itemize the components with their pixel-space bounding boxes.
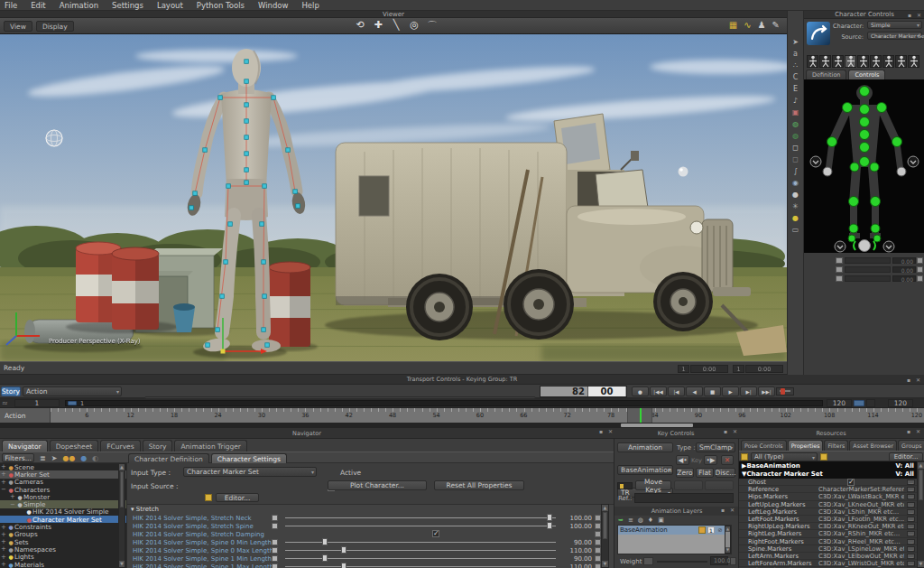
disc-button[interactable]: Disc... (716, 468, 735, 478)
tab-fcurves[interactable]: FCurves (100, 440, 140, 452)
view-button[interactable]: View (4, 21, 32, 32)
property-key-box[interactable] (595, 555, 601, 562)
reset-all-properties-button[interactable]: Reset All Properties (434, 480, 524, 490)
resource-property-row[interactable]: Hips.MarkersC3D:Xav_LWaistBack_MKR etc..… (739, 493, 917, 500)
keys-icon[interactable]: ●● (62, 454, 75, 462)
key-box[interactable] (272, 555, 278, 562)
property-row[interactable]: HIK 2014 Solver Simple, Spine 0 Max Leng… (127, 546, 601, 554)
draw-icon[interactable]: ✎ (772, 20, 780, 30)
tree-scrollbar[interactable]: ▲ ▼ (118, 463, 125, 568)
filters-button[interactable]: Filters... (2, 453, 34, 462)
weight-icon-box[interactable] (643, 557, 653, 565)
animation-button[interactable]: Animation (617, 442, 673, 452)
display-button[interactable]: Display (36, 21, 74, 32)
manip-sphere-right[interactable] (679, 167, 688, 177)
more-button[interactable]: ... (907, 502, 915, 507)
tab-pose-controls[interactable]: Pose Controls (741, 440, 787, 451)
property-key-box[interactable] (595, 523, 601, 529)
more-button[interactable]: ... (907, 517, 915, 522)
current-frame-cell[interactable] (627, 408, 652, 423)
res-editor-button[interactable]: Editor... (889, 452, 923, 461)
stretch-section-header[interactable]: ▾ Stretch (131, 506, 159, 513)
character-dropdown[interactable]: Simple (867, 21, 922, 29)
resource-property-row[interactable]: LeftForeArm.MarkersC3D:Xav_LWristOut_MKR… (739, 560, 917, 567)
star-icon[interactable]: ✳ (792, 202, 799, 210)
more-button[interactable]: ... (907, 546, 915, 552)
flat-button[interactable]: Flat (696, 468, 714, 478)
pose-button-1[interactable] (807, 55, 818, 68)
tab-filters[interactable]: Filters (824, 440, 848, 451)
resource-property-row[interactable]: RightLeg.MarkersC3D:Xav_RShin_MKR etc...… (739, 530, 917, 537)
color-grid-icon[interactable]: ▦ (729, 20, 737, 30)
range-handle-icon[interactable] (854, 400, 864, 406)
tab-asset-browser[interactable]: Asset Browser (849, 440, 897, 451)
dots-icon[interactable]: ∴ (793, 61, 798, 70)
source-dropdown[interactable]: Character Marker Set (867, 32, 922, 40)
tab-navigator[interactable]: Navigator (2, 440, 48, 452)
delete-key-button[interactable]: ✕ (721, 455, 734, 465)
stop-button[interactable]: ■ (704, 386, 721, 396)
play-button[interactable]: ▶ (722, 386, 739, 396)
zoom-range-indicator[interactable] (621, 424, 693, 427)
property-key-box[interactable] (595, 539, 601, 545)
more-button[interactable]: ... (907, 509, 915, 515)
menu-item-help[interactable]: Help (301, 1, 319, 10)
merge-layer-icon[interactable]: ≡ (628, 517, 633, 524)
tree-expander[interactable]: − (0, 486, 7, 493)
tree-item-monster[interactable]: +●Monster (0, 493, 126, 500)
pose-button-5[interactable] (857, 55, 869, 68)
scroll-down-arrow[interactable]: ▼ (119, 561, 125, 567)
properties-table[interactable]: ▶ BaseAnimationV: All▼ Character Marker … (739, 461, 917, 568)
layer-mute-icon[interactable]: ⊘ (716, 526, 724, 534)
pan-icon[interactable]: ✚ (372, 19, 384, 33)
rig-hand-cells[interactable] (823, 167, 906, 176)
resource-property-row[interactable]: Ghost... (739, 479, 917, 486)
frame-counter-2[interactable]: 10:00 (733, 365, 783, 373)
key-slider-widget[interactable] (617, 482, 633, 489)
tab-animation-trigger[interactable]: Animation Trigger (174, 440, 247, 452)
layer-row-base-animation[interactable]: BaseAnimation 1 ⊘ (618, 526, 725, 535)
property-key-box[interactable] (595, 515, 601, 521)
frame-icon[interactable]: ▭ (792, 226, 799, 234)
curve-icon[interactable]: ∿ (744, 20, 751, 30)
resource-property-row[interactable]: RightFoot.MarkersC3D:Xav_RHeel_MKR etc..… (739, 538, 917, 545)
key-box[interactable] (272, 515, 278, 521)
key-controls-window-icons[interactable]: ▪ ✕ (724, 428, 739, 434)
magnify-icon[interactable]: ◎ (408, 19, 420, 33)
play-reverse-button[interactable]: ◀ (686, 386, 703, 396)
lock-layer-icon[interactable]: ◍ (638, 517, 643, 524)
step-back-button[interactable]: |◀ (668, 386, 685, 396)
character-control-rig[interactable] (804, 79, 924, 253)
step-forward-button[interactable]: ▶| (740, 386, 757, 396)
pose-button-7[interactable] (882, 55, 894, 68)
light-icon[interactable]: ● (792, 214, 799, 222)
weight-slider[interactable] (657, 561, 707, 563)
res-filter-dropdown[interactable]: All (Type) (751, 452, 818, 461)
more-button[interactable]: ... (907, 480, 915, 485)
property-row[interactable]: HIK 2014 Solver Simple, Stretch Spine100… (127, 522, 601, 530)
joint-icon[interactable]: ◉ (792, 179, 799, 187)
tree-item-materials[interactable]: +●Materials (0, 561, 126, 568)
pose-button-8[interactable] (895, 55, 907, 68)
tab-story[interactable]: Story (143, 440, 173, 452)
sphere-blue-icon[interactable]: ● (80, 454, 87, 462)
row-key-button[interactable] (836, 275, 843, 282)
input-type-dropdown[interactable]: Character Marker Set (183, 467, 317, 477)
cube-gray-icon[interactable]: ◻ (792, 155, 799, 163)
property-slider-track[interactable] (285, 526, 556, 526)
more-button[interactable]: ... (907, 554, 915, 559)
scroll-thumb[interactable] (120, 471, 124, 507)
tab-definition[interactable]: Definition (806, 70, 846, 79)
tree-item-characters[interactable]: −●Characters (0, 486, 126, 493)
globe-green-2-icon[interactable]: ◍ (792, 132, 799, 140)
action-dropdown[interactable]: Action (23, 386, 122, 396)
solo-layer-icon[interactable]: ♦ (648, 517, 653, 524)
tree-expander[interactable]: + (0, 531, 7, 538)
frame-counter-1[interactable]: 10:00 (678, 365, 728, 373)
expression-e-icon[interactable]: E (793, 85, 798, 93)
row-spin-button[interactable] (917, 275, 923, 282)
zero-button[interactable]: Zero (676, 468, 694, 478)
cube-white-icon[interactable]: ◻ (792, 144, 799, 152)
navigator-window-icons[interactable]: ▪ ✕ (599, 428, 614, 434)
pointer-icon[interactable]: ➤ (51, 454, 58, 462)
